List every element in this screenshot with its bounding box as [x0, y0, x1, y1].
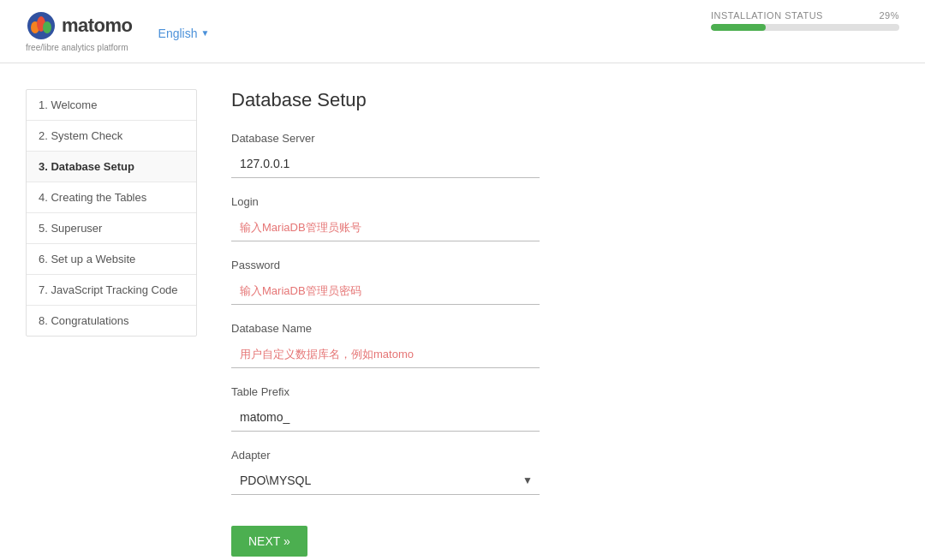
content-area: Database Setup Database Server Login Pas… [214, 89, 899, 557]
adapter-select-wrapper: PDO\MYSQL PDO\PGSQL ▼ [231, 467, 540, 495]
language-label: English [158, 27, 198, 40]
password-input[interactable] [231, 277, 540, 305]
table-prefix-group: Table Prefix [231, 385, 882, 432]
logo-text: matomo [62, 15, 133, 37]
install-status-label: INSTALLATION STATUS [711, 10, 823, 21]
adapter-group: Adapter PDO\MYSQL PDO\PGSQL ▼ [231, 449, 882, 495]
db-name-group: Database Name [231, 322, 882, 368]
login-label: Login [231, 195, 882, 208]
sidebar-item-js-tracking[interactable]: 7. JavaScript Tracking Code [27, 275, 196, 306]
installation-status-area: INSTALLATION STATUS 29% [711, 10, 899, 31]
install-status-pct: 29% [879, 10, 899, 21]
sidebar-item-creating-tables[interactable]: 4. Creating the Tables [27, 182, 196, 213]
sidebar-item-welcome[interactable]: 1. Welcome [27, 90, 196, 121]
progress-bar-background [711, 24, 899, 31]
db-name-label: Database Name [231, 322, 882, 335]
table-prefix-label: Table Prefix [231, 385, 882, 398]
next-button[interactable]: NEXT » [231, 526, 307, 557]
sidebar-item-congratulations[interactable]: 8. Congratulations [27, 306, 196, 336]
progress-bar-fill [711, 24, 766, 31]
password-label: Password [231, 259, 882, 271]
sidebar-item-superuser[interactable]: 5. Superuser [27, 213, 196, 244]
sidebar: 1. Welcome 2. System Check 3. Database S… [26, 89, 197, 337]
table-prefix-input[interactable] [231, 403, 540, 432]
db-server-input[interactable] [231, 150, 540, 178]
matomo-logo-icon [26, 10, 57, 41]
login-input[interactable] [231, 213, 540, 241]
password-group: Password [231, 259, 882, 305]
sidebar-item-database-setup[interactable]: 3. Database Setup [27, 152, 196, 182]
adapter-label: Adapter [231, 449, 882, 462]
page-title: Database Setup [231, 89, 882, 111]
logo: matomo [26, 10, 133, 41]
logo-area: matomo free/libre analytics platform [26, 10, 133, 52]
adapter-select[interactable]: PDO\MYSQL PDO\PGSQL [231, 467, 540, 494]
login-group: Login [231, 195, 882, 241]
sidebar-item-set-up-website[interactable]: 6. Set up a Website [27, 244, 196, 275]
db-name-input[interactable] [231, 340, 540, 368]
logo-tagline: free/libre analytics platform [26, 43, 128, 52]
db-server-group: Database Server [231, 132, 882, 178]
chevron-down-icon: ▼ [200, 28, 209, 38]
db-server-label: Database Server [231, 132, 882, 145]
language-selector[interactable]: English ▼ [158, 23, 210, 40]
install-status-row: INSTALLATION STATUS 29% [711, 10, 899, 21]
sidebar-item-system-check[interactable]: 2. System Check [27, 121, 196, 152]
main-container: 1. Welcome 2. System Check 3. Database S… [0, 63, 925, 560]
svg-point-3 [43, 21, 51, 33]
header: matomo free/libre analytics platform Eng… [0, 0, 925, 63]
